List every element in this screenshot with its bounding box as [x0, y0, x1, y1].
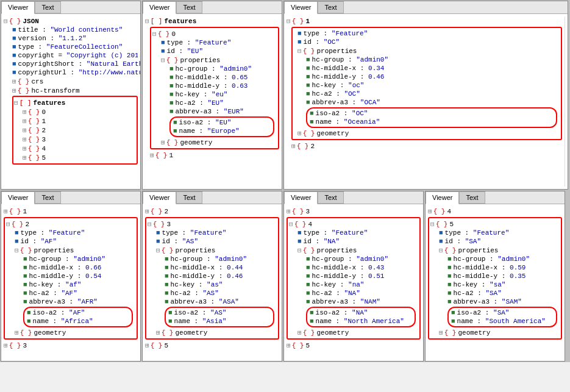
tree-1-abbrev: ■abbrev-a3 : "OCA"	[306, 98, 560, 107]
tree-copyright: ■copyright = "Copyright (c) 2015 Highsof…	[12, 51, 138, 60]
tree-as-item5[interactable]: ⊞{ }5	[145, 341, 279, 350]
tree-1-id: ■id : "OC"	[297, 38, 560, 46]
tree-na-root[interactable]: ⊟{ }4	[289, 219, 418, 229]
tab-text-3[interactable]: Text	[318, 1, 343, 13]
tree-sa-isoa2: ■iso-a2 : "SA"	[451, 308, 554, 317]
tree-na-abbrev: ■abbrev-a3 : "NAM"	[306, 298, 418, 306]
tree-na-item5[interactable]: ⊞{ }5	[287, 341, 421, 350]
tree-f0-hckey: ■hc-key : "eu"	[169, 90, 277, 99]
tree-as-root[interactable]: ⊟{ }3	[148, 219, 277, 229]
tree-feat-1[interactable]: ⊞{ }1	[23, 116, 136, 126]
tree-af-root[interactable]: ⊟{ }2	[6, 219, 135, 229]
tree-af-item1[interactable]: ⊞{ }1	[4, 207, 138, 216]
tab-viewer-2[interactable]: Viewer	[143, 1, 176, 14]
tree-1-geometry[interactable]: ⊞{ }geometry	[297, 129, 560, 138]
tab-viewer-6[interactable]: Viewer	[284, 191, 318, 204]
tab-text-6[interactable]: Text	[318, 191, 343, 204]
tree-sa-type: ■type : "Feature"	[439, 229, 560, 237]
tree-1-properties[interactable]: ⊟{ }properties	[297, 46, 560, 55]
tree-feat-2[interactable]: ⊞{ }2	[23, 126, 136, 135]
tab-text-7[interactable]: Text	[459, 191, 485, 204]
tab-text-5[interactable]: Text	[176, 191, 202, 204]
tree-1-root: ⊟ { } 1	[287, 16, 562, 26]
tree-feat-0[interactable]: ⊞{ }0	[23, 107, 136, 116]
tree-f0-hcmiddlex: ■hc-middle-x : 0.65	[169, 73, 277, 82]
tree-version: ■version : "1.1.2"	[12, 34, 138, 43]
tree-f0-id: ■id : "EU"	[161, 47, 277, 55]
tree-sa-props[interactable]: ⊟{ }properties	[439, 246, 560, 255]
tree-f0-geometry[interactable]: ⊞{ }geometry	[161, 138, 277, 147]
tree-af-isoa2: ■iso-a2 : "AF"	[27, 308, 129, 317]
tree-as-geometry[interactable]: ⊞{ }geometry	[156, 328, 277, 337]
tree-af-id: ■id : "AF"	[15, 237, 135, 246]
tree-as-item2[interactable]: ⊞{ }2	[145, 207, 279, 216]
tree-na-hckey: ■hc-key : "na"	[306, 280, 418, 289]
tree-as-hcmy: ■hc-middle-y : 0.46	[165, 272, 277, 280]
tree-as-type: ■type : "Feature"	[156, 229, 277, 237]
tree-sa-abbrev: ■abbrev-a3 : "SAM"	[447, 298, 560, 306]
tab-viewer-4[interactable]: Viewer	[1, 191, 35, 204]
tab-viewer-3[interactable]: Viewer	[284, 1, 318, 14]
tree-1-item2[interactable]: ⊞{ }2	[291, 141, 562, 151]
tree-title: ■title : "World continents"	[12, 26, 138, 34]
tree-af-props[interactable]: ⊟{ }properties	[15, 246, 135, 255]
tree-sa-hcmy: ■hc-middle-y : 0.35	[447, 272, 560, 280]
tree-af-hcmy: ■hc-middle-y : 0.54	[23, 272, 135, 280]
tree-1-name: ■name : "Oceania"	[310, 118, 554, 126]
tree-f0-hcgroup: ■hc-group : "admin0"	[169, 65, 277, 73]
tree-as-props[interactable]: ⊟{ }properties	[156, 246, 277, 255]
tree-features[interactable]: ⊟ [ ] features	[14, 98, 136, 107]
tree-sa-hcmx: ■hc-middle-x : 0.59	[447, 263, 560, 272]
tree-1-hcgroup: ■hc-group : "admin0"	[306, 55, 560, 64]
tree-as-hckey: ■hc-key : "as"	[165, 280, 277, 289]
tree-f0-hcmiddley: ■hc-middle-y : 0.63	[169, 82, 277, 90]
tree-na-name: ■name : "North America"	[310, 317, 412, 326]
tree-1-hckey: ■hc-key : "oc"	[306, 81, 560, 90]
tree-feat-5[interactable]: ⊞{ }5	[23, 153, 136, 162]
tree-as-hca2: ■hc-a2 : "AS"	[165, 289, 277, 298]
tree-feat-4[interactable]: ⊞{ }4	[23, 144, 136, 153]
tree-sa-hca2: ■hc-a2 : "SA"	[447, 289, 560, 298]
tree-sa-hcgroup: ■hc-group : "admin0"	[447, 255, 560, 263]
tree-f0-type: ■type : "Feature"	[161, 38, 277, 47]
tree-na-geometry[interactable]: ⊞{ }geometry	[297, 328, 418, 337]
tree-f0-properties[interactable]: ⊟{ }properties	[161, 55, 277, 65]
tab-viewer-5[interactable]: Viewer	[143, 191, 176, 204]
tab-text-2[interactable]: Text	[176, 1, 202, 13]
tree-f1-collapsed[interactable]: ⊞{ }1	[150, 151, 279, 160]
tree-na-id: ■id : "NA"	[297, 237, 418, 246]
tree-na-hcgroup: ■hc-group : "admin0"	[306, 255, 418, 263]
tree-1-hca2: ■hc-a2 : "OC"	[306, 90, 560, 98]
tree-na-isoa2: ■iso-a2 : "NA"	[310, 308, 412, 317]
tree-af-hca2: ■hc-a2 : "AF"	[23, 289, 135, 298]
tree-as-name: ■name : "Asia"	[168, 317, 271, 326]
tree-1-isoa2: ■iso-a2 : "OC"	[310, 109, 554, 118]
tab-text-4[interactable]: Text	[35, 191, 60, 204]
tree-type: ■type : "FeatureCollection"	[12, 43, 138, 51]
tree-feat-3[interactable]: ⊞{ }3	[23, 135, 136, 144]
tree-af-item3[interactable]: ⊞{ }3	[4, 341, 138, 350]
tree-af-hcmx: ■hc-middle-x : 0.66	[23, 263, 135, 272]
tree-sa-id: ■id : "SA"	[439, 237, 560, 246]
tree-1-hcmx: ■hc-middle-x : 0.34	[306, 64, 560, 73]
tree-f0-isoa2: ■iso-a2 : "EU"	[173, 118, 271, 127]
tree-copyright-short: ■copyrightShort : "Natural Earth"	[12, 60, 138, 68]
tree-1-type: ■type : "Feature"	[297, 29, 560, 38]
tree-af-geometry[interactable]: ⊞{ }geometry	[15, 328, 135, 337]
tree-f0-root[interactable]: ⊟{ }0	[152, 29, 277, 38]
tree-as-hcgroup: ■hc-group : "admin0"	[165, 255, 277, 263]
tree-na-hca2: ■hc-a2 : "NA"	[306, 289, 418, 298]
tree-sa-hckey: ■hc-key : "sa"	[447, 280, 560, 289]
tree-af-abbrev: ■abbrev-a3 : "AFR"	[23, 298, 135, 306]
tab-text-1[interactable]: Text	[35, 1, 60, 13]
tree-na-props[interactable]: ⊟{ }properties	[297, 246, 418, 255]
tree-na-hcmy: ■hc-middle-y : 0.51	[306, 272, 418, 280]
tree-af-hckey: ■hc-key : "af"	[23, 280, 135, 289]
tab-viewer-1[interactable]: Viewer	[1, 1, 35, 14]
tree-sa-root[interactable]: ⊟{ }5	[430, 219, 560, 229]
tab-viewer-7[interactable]: Viewer	[426, 191, 459, 204]
tree-af-name: ■name : "Africa"	[27, 317, 129, 326]
tree-sa-item4[interactable]: ⊞{ }4	[428, 207, 562, 216]
tree-sa-geometry[interactable]: ⊞{ }geometry	[439, 328, 560, 337]
tree-na-item3[interactable]: ⊞{ }3	[287, 207, 421, 216]
